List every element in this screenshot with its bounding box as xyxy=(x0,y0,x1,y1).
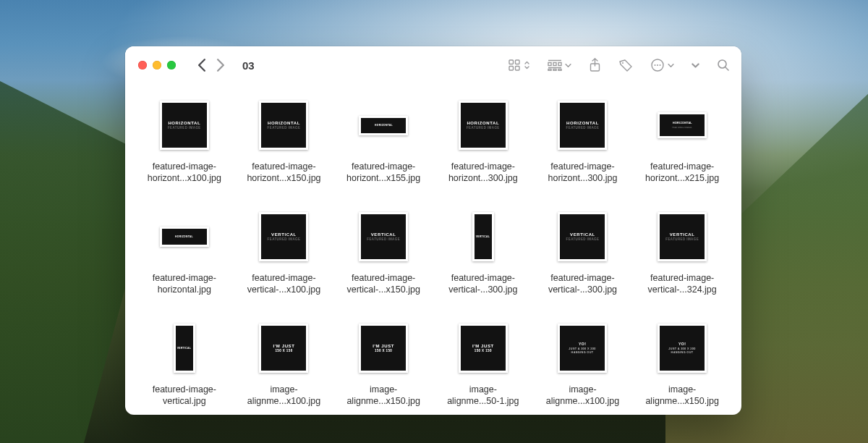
view-mode-button[interactable] xyxy=(508,59,530,72)
thumbnail-text-secondary: FEATURED IMAGE xyxy=(168,126,201,130)
file-item[interactable]: VERTICALfeatured-image-vertical-...300.j… xyxy=(434,206,532,313)
back-button[interactable] xyxy=(197,59,206,72)
file-name: featured-image-vertical.jpg xyxy=(138,384,231,407)
svg-rect-9 xyxy=(548,69,551,71)
thumbnail-frame: YO!JUST A 300 X 200 HANGING OUT xyxy=(651,317,713,379)
file-name: featured-image-vertical-...300.jpg xyxy=(437,272,529,295)
thumbnail-frame: VERTICALFEATURED IMAGE xyxy=(651,206,713,268)
thumbnail: I'M JUST150 X 150 xyxy=(259,324,308,373)
thumbnail-frame: VERTICAL xyxy=(153,317,216,379)
thumbnail-text-primary: HORIZONTAL xyxy=(566,121,599,125)
file-item[interactable]: VERTICALFEATURED IMAGEfeatured-image-ver… xyxy=(633,206,731,313)
file-name: featured-image-horizont...x150.jpg xyxy=(237,161,330,184)
grid-icon xyxy=(508,59,521,72)
file-name: featured-image-horizont...300.jpg xyxy=(536,161,629,184)
window-controls xyxy=(138,61,176,69)
file-name: featured-image-horizont...x100.jpg xyxy=(138,161,231,184)
thumbnail-text-secondary: FEATURED IMAGE xyxy=(566,237,600,241)
thumbnail-text-secondary: JUST A 300 X 200 HANGING OUT xyxy=(564,347,601,354)
thumbnail: YO!JUST A 300 X 200 HANGING OUT xyxy=(658,324,707,373)
thumbnail-text-secondary: FEATURED IMAGE xyxy=(566,126,600,130)
thumbnail-text-secondary: FEATURED IMAGE xyxy=(467,126,500,130)
thumbnail-text-primary: HORIZONTAL xyxy=(375,124,393,126)
thumbnail-frame: I'M JUST150 X 150 xyxy=(252,317,315,379)
svg-line-19 xyxy=(726,67,728,70)
svg-point-18 xyxy=(718,60,726,68)
thumbnail: VERTICALFEATURED IMAGE xyxy=(259,212,308,261)
file-name: image-alignme...x100.jpg xyxy=(237,384,330,407)
file-item[interactable]: HORIZONTALFEATURED IMAGEfeatured-image-h… xyxy=(633,94,731,201)
svg-point-16 xyxy=(657,64,658,66)
thumbnail-text-secondary: JUST A 300 X 200 HANGING OUT xyxy=(664,347,701,354)
file-item[interactable]: HORIZONTALFEATURED IMAGEfeatured-image-h… xyxy=(135,94,234,201)
close-button[interactable] xyxy=(138,61,147,69)
minimize-button[interactable] xyxy=(153,61,161,69)
thumbnail-text-primary: VERTICAL xyxy=(271,232,297,237)
thumbnail-text-primary: VERTICAL xyxy=(371,232,396,237)
thumbnail-frame: HORIZONTALFEATURED IMAGE xyxy=(153,94,216,156)
desktop-background: 03 xyxy=(0,0,868,443)
file-name: featured-image-vertical-...x100.jpg xyxy=(237,272,330,295)
file-item[interactable]: HORIZONTALFEATURED IMAGEfeatured-image-h… xyxy=(434,94,532,201)
group-icon xyxy=(548,59,562,71)
dropdown-button[interactable] xyxy=(692,62,699,69)
svg-point-17 xyxy=(660,64,661,66)
thumbnail-frame: I'M JUST150 X 150 xyxy=(452,317,514,379)
thumbnail: I'M JUST150 X 150 xyxy=(459,324,508,373)
thumbnail-text-primary: I'M JUST xyxy=(373,344,394,348)
thumbnail-frame: HORIZONTAL xyxy=(352,94,414,156)
search-button[interactable] xyxy=(717,59,730,72)
group-by-button[interactable] xyxy=(548,59,571,71)
tags-button[interactable] xyxy=(618,58,633,72)
file-item[interactable]: VERTICALFEATURED IMAGEfeatured-image-ver… xyxy=(334,206,433,313)
thumbnail-frame: HORIZONTALFEATURED IMAGE xyxy=(252,94,315,156)
thumbnail-text-primary: HORIZONTAL xyxy=(268,121,300,125)
share-button[interactable] xyxy=(589,58,601,72)
ellipsis-circle-icon xyxy=(650,58,665,72)
finder-window: 03 xyxy=(125,46,741,415)
svg-point-15 xyxy=(655,64,656,66)
forward-button[interactable] xyxy=(216,59,225,72)
thumbnail-text-primary: I'M JUST xyxy=(273,344,295,348)
svg-rect-2 xyxy=(509,67,514,71)
thumbnail-text-secondary: FEATURED IMAGE xyxy=(268,126,301,130)
file-item[interactable]: HORIZONTALfeatured-image-horizont...x155… xyxy=(334,94,433,201)
thumbnail-frame: VERTICALFEATURED IMAGE xyxy=(352,206,414,268)
thumbnail: VERTICALFEATURED IMAGE xyxy=(558,212,607,261)
svg-rect-1 xyxy=(516,60,520,64)
svg-rect-7 xyxy=(558,63,561,66)
file-grid[interactable]: HORIZONTALFEATURED IMAGEfeatured-image-h… xyxy=(125,84,741,415)
file-item[interactable]: YO!JUST A 300 X 200 HANGING OUTimage-ali… xyxy=(534,317,632,415)
svg-rect-10 xyxy=(553,69,556,71)
fullscreen-button[interactable] xyxy=(167,61,176,69)
svg-rect-0 xyxy=(509,60,514,64)
thumbnail-frame: VERTICAL xyxy=(452,206,514,268)
file-item[interactable]: YO!JUST A 300 X 200 HANGING OUTimage-ali… xyxy=(633,317,731,415)
thumbnail-text-primary: YO! xyxy=(678,342,686,345)
file-name: image-alignme...x150.jpg xyxy=(636,384,728,407)
file-item[interactable]: HORIZONTALFEATURED IMAGEfeatured-image-h… xyxy=(534,94,632,201)
thumbnail: HORIZONTALFEATURED IMAGE xyxy=(459,101,508,150)
file-item[interactable]: HORIZONTALFEATURED IMAGEfeatured-image-h… xyxy=(235,94,333,201)
file-item[interactable]: I'M JUST150 X 150image-alignme...50-1.jp… xyxy=(434,317,532,415)
more-actions-button[interactable] xyxy=(650,58,674,72)
file-item[interactable]: HORIZONTALfeatured-image-horizontal.jpg xyxy=(135,206,234,313)
thumbnail-frame: VERTICALFEATURED IMAGE xyxy=(551,206,613,268)
thumbnail-text-primary: YO! xyxy=(579,342,587,345)
file-item[interactable]: VERTICALFEATURED IMAGEfeatured-image-ver… xyxy=(534,206,632,313)
thumbnail-text-primary: I'M JUST xyxy=(472,344,494,348)
svg-rect-3 xyxy=(516,67,520,71)
thumbnail-text-secondary: FEATURED IMAGE xyxy=(672,127,692,129)
thumbnail-text-secondary: FEATURED IMAGE xyxy=(268,237,301,241)
thumbnail-text-primary: VERTICAL xyxy=(670,232,695,237)
file-item[interactable]: VERTICALFEATURED IMAGEfeatured-image-ver… xyxy=(235,206,333,313)
svg-rect-6 xyxy=(553,63,556,66)
file-name: featured-image-horizontal.jpg xyxy=(138,272,231,295)
file-name: image-alignme...x100.jpg xyxy=(536,384,629,407)
file-item[interactable]: I'M JUST150 X 150image-alignme...x100.jp… xyxy=(235,317,333,415)
file-item[interactable]: I'M JUST150 X 150image-alignme...x150.jp… xyxy=(334,317,433,415)
file-name: featured-image-horizont...x155.jpg xyxy=(337,161,430,184)
thumbnail: HORIZONTALFEATURED IMAGE xyxy=(160,101,209,150)
thumbnail-text-primary: HORIZONTAL xyxy=(467,121,499,125)
file-item[interactable]: VERTICALfeatured-image-vertical.jpg xyxy=(135,317,234,415)
